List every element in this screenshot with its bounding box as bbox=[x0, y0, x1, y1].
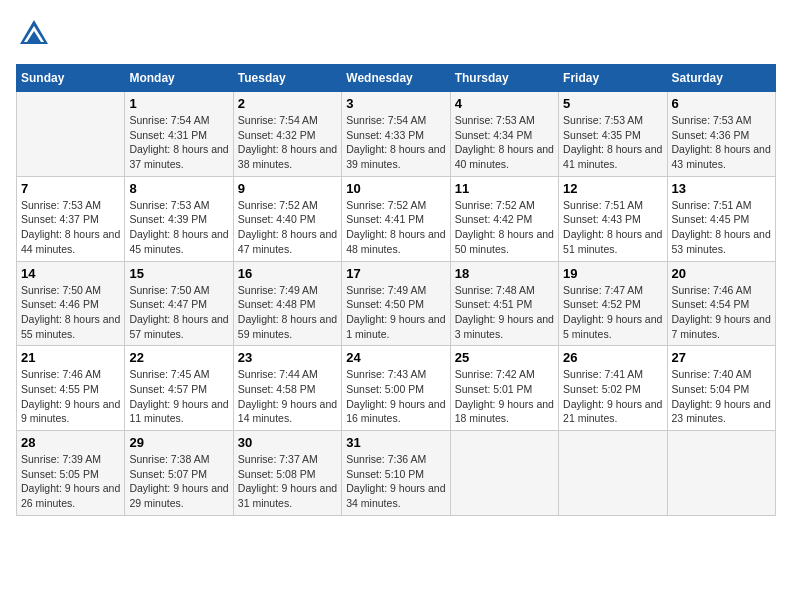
calendar-cell: 15Sunrise: 7:50 AMSunset: 4:47 PMDayligh… bbox=[125, 261, 233, 346]
day-info: Sunrise: 7:49 AMSunset: 4:50 PMDaylight:… bbox=[346, 283, 445, 342]
day-info: Sunrise: 7:42 AMSunset: 5:01 PMDaylight:… bbox=[455, 367, 554, 426]
day-number: 29 bbox=[129, 435, 228, 450]
calendar-cell: 30Sunrise: 7:37 AMSunset: 5:08 PMDayligh… bbox=[233, 431, 341, 516]
calendar-cell: 8Sunrise: 7:53 AMSunset: 4:39 PMDaylight… bbox=[125, 176, 233, 261]
calendar-cell: 29Sunrise: 7:38 AMSunset: 5:07 PMDayligh… bbox=[125, 431, 233, 516]
day-info: Sunrise: 7:53 AMSunset: 4:35 PMDaylight:… bbox=[563, 113, 662, 172]
day-number: 17 bbox=[346, 266, 445, 281]
day-number: 31 bbox=[346, 435, 445, 450]
calendar-cell: 26Sunrise: 7:41 AMSunset: 5:02 PMDayligh… bbox=[559, 346, 667, 431]
calendar-cell: 3Sunrise: 7:54 AMSunset: 4:33 PMDaylight… bbox=[342, 92, 450, 177]
day-number: 11 bbox=[455, 181, 554, 196]
day-number: 26 bbox=[563, 350, 662, 365]
weekday-header-friday: Friday bbox=[559, 65, 667, 92]
calendar-cell: 7Sunrise: 7:53 AMSunset: 4:37 PMDaylight… bbox=[17, 176, 125, 261]
day-number: 25 bbox=[455, 350, 554, 365]
day-info: Sunrise: 7:51 AMSunset: 4:45 PMDaylight:… bbox=[672, 198, 771, 257]
day-info: Sunrise: 7:40 AMSunset: 5:04 PMDaylight:… bbox=[672, 367, 771, 426]
day-info: Sunrise: 7:43 AMSunset: 5:00 PMDaylight:… bbox=[346, 367, 445, 426]
calendar-cell: 20Sunrise: 7:46 AMSunset: 4:54 PMDayligh… bbox=[667, 261, 775, 346]
day-info: Sunrise: 7:52 AMSunset: 4:40 PMDaylight:… bbox=[238, 198, 337, 257]
day-info: Sunrise: 7:37 AMSunset: 5:08 PMDaylight:… bbox=[238, 452, 337, 511]
weekday-header-thursday: Thursday bbox=[450, 65, 558, 92]
logo bbox=[16, 16, 56, 52]
day-number: 4 bbox=[455, 96, 554, 111]
weekday-header-sunday: Sunday bbox=[17, 65, 125, 92]
day-info: Sunrise: 7:53 AMSunset: 4:39 PMDaylight:… bbox=[129, 198, 228, 257]
calendar-cell bbox=[450, 431, 558, 516]
calendar-week-2: 7Sunrise: 7:53 AMSunset: 4:37 PMDaylight… bbox=[17, 176, 776, 261]
calendar-week-1: 1Sunrise: 7:54 AMSunset: 4:31 PMDaylight… bbox=[17, 92, 776, 177]
weekday-header-row: SundayMondayTuesdayWednesdayThursdayFrid… bbox=[17, 65, 776, 92]
calendar-cell: 28Sunrise: 7:39 AMSunset: 5:05 PMDayligh… bbox=[17, 431, 125, 516]
day-number: 22 bbox=[129, 350, 228, 365]
day-number: 23 bbox=[238, 350, 337, 365]
calendar-week-3: 14Sunrise: 7:50 AMSunset: 4:46 PMDayligh… bbox=[17, 261, 776, 346]
day-number: 14 bbox=[21, 266, 120, 281]
day-info: Sunrise: 7:54 AMSunset: 4:31 PMDaylight:… bbox=[129, 113, 228, 172]
calendar-cell: 9Sunrise: 7:52 AMSunset: 4:40 PMDaylight… bbox=[233, 176, 341, 261]
day-number: 12 bbox=[563, 181, 662, 196]
day-number: 9 bbox=[238, 181, 337, 196]
day-info: Sunrise: 7:51 AMSunset: 4:43 PMDaylight:… bbox=[563, 198, 662, 257]
calendar-week-5: 28Sunrise: 7:39 AMSunset: 5:05 PMDayligh… bbox=[17, 431, 776, 516]
weekday-header-tuesday: Tuesday bbox=[233, 65, 341, 92]
calendar-cell: 23Sunrise: 7:44 AMSunset: 4:58 PMDayligh… bbox=[233, 346, 341, 431]
day-number: 24 bbox=[346, 350, 445, 365]
day-number: 30 bbox=[238, 435, 337, 450]
day-info: Sunrise: 7:44 AMSunset: 4:58 PMDaylight:… bbox=[238, 367, 337, 426]
calendar-cell: 31Sunrise: 7:36 AMSunset: 5:10 PMDayligh… bbox=[342, 431, 450, 516]
day-info: Sunrise: 7:41 AMSunset: 5:02 PMDaylight:… bbox=[563, 367, 662, 426]
logo-icon bbox=[16, 16, 52, 52]
day-number: 28 bbox=[21, 435, 120, 450]
calendar-cell: 6Sunrise: 7:53 AMSunset: 4:36 PMDaylight… bbox=[667, 92, 775, 177]
calendar-cell bbox=[667, 431, 775, 516]
day-info: Sunrise: 7:36 AMSunset: 5:10 PMDaylight:… bbox=[346, 452, 445, 511]
calendar-cell: 12Sunrise: 7:51 AMSunset: 4:43 PMDayligh… bbox=[559, 176, 667, 261]
day-number: 18 bbox=[455, 266, 554, 281]
calendar-cell bbox=[17, 92, 125, 177]
day-number: 21 bbox=[21, 350, 120, 365]
calendar-cell: 18Sunrise: 7:48 AMSunset: 4:51 PMDayligh… bbox=[450, 261, 558, 346]
weekday-header-monday: Monday bbox=[125, 65, 233, 92]
day-number: 5 bbox=[563, 96, 662, 111]
day-info: Sunrise: 7:52 AMSunset: 4:41 PMDaylight:… bbox=[346, 198, 445, 257]
day-number: 19 bbox=[563, 266, 662, 281]
day-info: Sunrise: 7:50 AMSunset: 4:47 PMDaylight:… bbox=[129, 283, 228, 342]
calendar-cell: 11Sunrise: 7:52 AMSunset: 4:42 PMDayligh… bbox=[450, 176, 558, 261]
day-info: Sunrise: 7:54 AMSunset: 4:33 PMDaylight:… bbox=[346, 113, 445, 172]
calendar-cell: 19Sunrise: 7:47 AMSunset: 4:52 PMDayligh… bbox=[559, 261, 667, 346]
day-number: 10 bbox=[346, 181, 445, 196]
calendar-cell: 27Sunrise: 7:40 AMSunset: 5:04 PMDayligh… bbox=[667, 346, 775, 431]
weekday-header-saturday: Saturday bbox=[667, 65, 775, 92]
day-number: 6 bbox=[672, 96, 771, 111]
day-number: 16 bbox=[238, 266, 337, 281]
calendar-cell: 13Sunrise: 7:51 AMSunset: 4:45 PMDayligh… bbox=[667, 176, 775, 261]
calendar-week-4: 21Sunrise: 7:46 AMSunset: 4:55 PMDayligh… bbox=[17, 346, 776, 431]
calendar-header: SundayMondayTuesdayWednesdayThursdayFrid… bbox=[17, 65, 776, 92]
calendar-cell: 25Sunrise: 7:42 AMSunset: 5:01 PMDayligh… bbox=[450, 346, 558, 431]
calendar-cell: 5Sunrise: 7:53 AMSunset: 4:35 PMDaylight… bbox=[559, 92, 667, 177]
day-info: Sunrise: 7:46 AMSunset: 4:55 PMDaylight:… bbox=[21, 367, 120, 426]
day-info: Sunrise: 7:48 AMSunset: 4:51 PMDaylight:… bbox=[455, 283, 554, 342]
day-info: Sunrise: 7:53 AMSunset: 4:34 PMDaylight:… bbox=[455, 113, 554, 172]
calendar-cell: 17Sunrise: 7:49 AMSunset: 4:50 PMDayligh… bbox=[342, 261, 450, 346]
calendar-body: 1Sunrise: 7:54 AMSunset: 4:31 PMDaylight… bbox=[17, 92, 776, 516]
day-number: 27 bbox=[672, 350, 771, 365]
calendar-cell: 21Sunrise: 7:46 AMSunset: 4:55 PMDayligh… bbox=[17, 346, 125, 431]
calendar-cell: 16Sunrise: 7:49 AMSunset: 4:48 PMDayligh… bbox=[233, 261, 341, 346]
calendar-cell: 2Sunrise: 7:54 AMSunset: 4:32 PMDaylight… bbox=[233, 92, 341, 177]
day-number: 8 bbox=[129, 181, 228, 196]
day-number: 20 bbox=[672, 266, 771, 281]
calendar-cell: 10Sunrise: 7:52 AMSunset: 4:41 PMDayligh… bbox=[342, 176, 450, 261]
day-info: Sunrise: 7:46 AMSunset: 4:54 PMDaylight:… bbox=[672, 283, 771, 342]
calendar-cell: 14Sunrise: 7:50 AMSunset: 4:46 PMDayligh… bbox=[17, 261, 125, 346]
day-info: Sunrise: 7:53 AMSunset: 4:36 PMDaylight:… bbox=[672, 113, 771, 172]
day-info: Sunrise: 7:39 AMSunset: 5:05 PMDaylight:… bbox=[21, 452, 120, 511]
day-number: 2 bbox=[238, 96, 337, 111]
calendar-table: SundayMondayTuesdayWednesdayThursdayFrid… bbox=[16, 64, 776, 516]
calendar-cell: 24Sunrise: 7:43 AMSunset: 5:00 PMDayligh… bbox=[342, 346, 450, 431]
weekday-header-wednesday: Wednesday bbox=[342, 65, 450, 92]
day-info: Sunrise: 7:54 AMSunset: 4:32 PMDaylight:… bbox=[238, 113, 337, 172]
day-info: Sunrise: 7:50 AMSunset: 4:46 PMDaylight:… bbox=[21, 283, 120, 342]
